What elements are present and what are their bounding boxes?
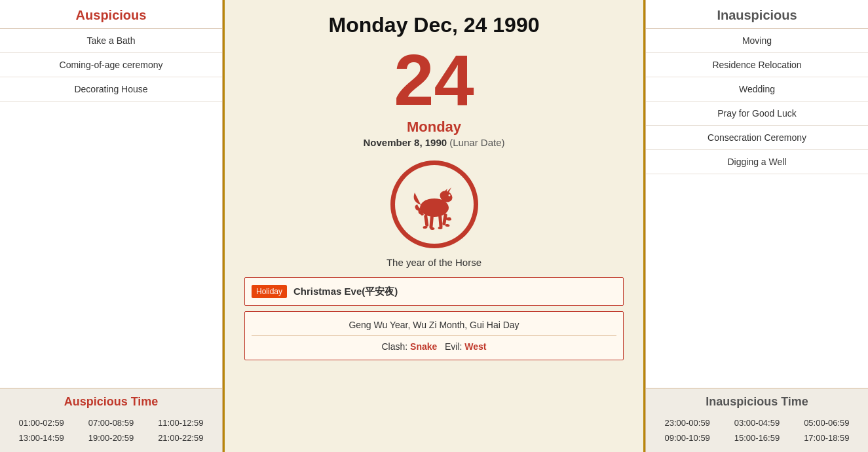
clash-animal: Snake: [410, 341, 437, 352]
inauspicious-time-cell: 15:00-16:59: [722, 432, 791, 444]
inauspicious-list-item: Digging a Well: [646, 150, 868, 174]
auspicious-time-cell: 07:00-08:59: [76, 417, 145, 429]
inauspicious-time-cell: 03:00-04:59: [722, 417, 791, 429]
auspicious-list: Take a BathComing-of-age ceremonyDecorat…: [0, 29, 222, 388]
main-title: Monday Dec, 24 1990: [329, 13, 540, 37]
zodiac-emblem: [388, 159, 480, 250]
zodiac-label: The year of the Horse: [387, 257, 481, 268]
ganzhi-line: Geng Wu Year, Wu Zi Month, Gui Hai Day: [252, 317, 616, 333]
auspicious-time-grid: 01:00-02:5907:00-08:5911:00-12:5913:00-1…: [0, 414, 222, 447]
right-panel: Inauspicious MovingResidence RelocationW…: [645, 0, 868, 452]
info-box: Geng Wu Year, Wu Zi Month, Gui Hai Day C…: [244, 311, 624, 360]
inauspicious-list: MovingResidence RelocationWeddingPray fo…: [646, 29, 868, 388]
inauspicious-time-cell: 17:00-18:59: [792, 432, 861, 444]
auspicious-time-cell: 19:00-20:59: [76, 432, 145, 444]
holiday-badge: Holiday: [252, 285, 287, 298]
auspicious-list-item: Coming-of-age ceremony: [0, 53, 222, 77]
inauspicious-time-cell: 05:00-06:59: [792, 417, 861, 429]
inauspicious-list-item: Consecration Ceremony: [646, 126, 868, 150]
lunar-date-bold: November 8, 1990: [364, 137, 447, 148]
auspicious-header: Auspicious: [0, 0, 222, 29]
auspicious-list-item: Take a Bath: [0, 29, 222, 53]
holiday-text: Christmas Eve(平安夜): [293, 286, 398, 298]
auspicious-time-cell: 21:00-22:59: [146, 432, 216, 444]
holiday-section: Holiday Christmas Eve(平安夜): [244, 277, 624, 306]
inauspicious-time-grid: 23:00-00:5903:00-04:5905:00-06:5909:00-1…: [646, 414, 868, 447]
auspicious-time-cell: 13:00-14:59: [7, 432, 76, 444]
auspicious-time-header: Auspicious Time: [0, 395, 222, 414]
svg-point-9: [448, 195, 450, 197]
left-panel: Auspicious Take a BathComing-of-age cere…: [0, 0, 223, 452]
info-divider: [252, 335, 616, 336]
inauspicious-list-item: Wedding: [646, 77, 868, 102]
inauspicious-time-cell: 09:00-10:59: [652, 432, 722, 444]
clash-label: Clash:: [381, 341, 410, 352]
auspicious-list-item: Decorating House: [0, 77, 222, 102]
auspicious-time-cell: 01:00-02:59: [7, 417, 76, 429]
inauspicious-list-item: Residence Relocation: [646, 53, 868, 77]
evil-label: Evil:: [445, 341, 464, 352]
lunar-date: November 8, 1990 (Lunar Date): [364, 137, 505, 148]
inauspicious-time-cell: 23:00-00:59: [652, 417, 722, 429]
inauspicious-list-item: Moving: [646, 29, 868, 53]
day-number: 24: [394, 44, 474, 116]
inauspicious-time-section: Inauspicious Time 23:00-00:5903:00-04:59…: [646, 388, 868, 452]
auspicious-time-section: Auspicious Time 01:00-02:5907:00-08:5911…: [0, 388, 222, 452]
lunar-date-paren: (Lunar Date): [449, 137, 504, 148]
clash-line: Clash: Snake Evil: West: [252, 339, 616, 354]
day-name: Monday: [407, 119, 461, 136]
inauspicious-header: Inauspicious: [646, 0, 868, 29]
evil-direction: West: [464, 341, 486, 352]
center-panel: Monday Dec, 24 1990 24 Monday November 8…: [223, 0, 645, 452]
inauspicious-list-item: Pray for Good Luck: [646, 102, 868, 126]
inauspicious-time-header: Inauspicious Time: [646, 395, 868, 414]
auspicious-time-cell: 11:00-12:59: [146, 417, 216, 429]
